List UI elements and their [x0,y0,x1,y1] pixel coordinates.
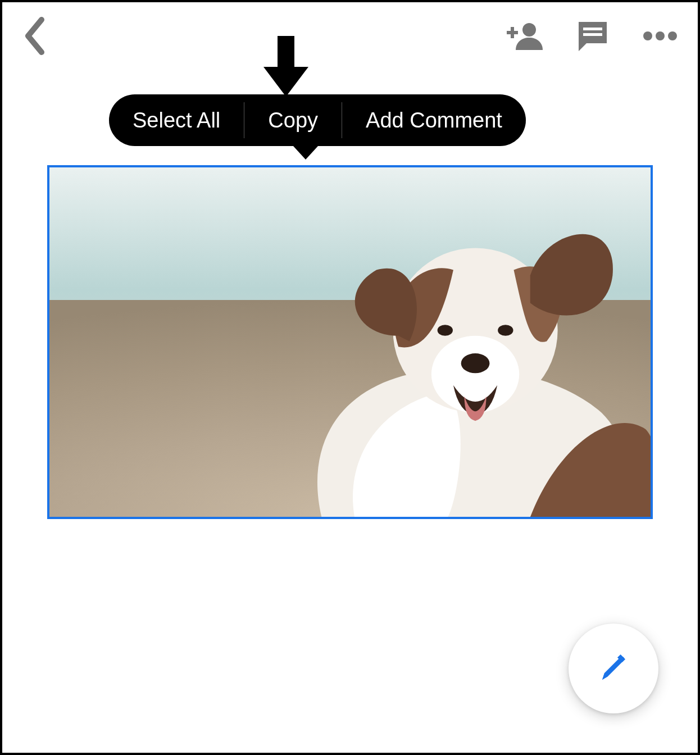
svg-marker-9 [263,67,308,97]
svg-rect-3 [583,28,602,30]
chevron-left-icon [22,16,47,56]
svg-rect-2 [511,27,514,38]
svg-point-11 [431,335,519,412]
context-menu-copy[interactable]: Copy [244,94,342,146]
add-person-button[interactable] [507,22,543,50]
selected-image[interactable] [47,165,653,519]
document-area[interactable] [47,165,653,519]
more-horizontal-icon [643,31,678,41]
comment-icon [576,20,609,52]
person-add-icon [507,22,543,50]
svg-point-0 [522,23,536,37]
svg-point-6 [656,31,665,40]
top-toolbar-actions [507,20,678,52]
svg-rect-4 [583,33,602,36]
app-frame: Select All Copy Add Comment [0,0,700,755]
svg-point-13 [437,325,452,336]
context-menu-add-comment[interactable]: Add Comment [342,94,526,146]
svg-point-12 [461,353,489,373]
svg-point-7 [668,31,677,40]
svg-point-14 [498,325,513,336]
comment-button[interactable] [576,20,609,52]
edit-fab[interactable] [569,624,658,713]
overflow-menu-button[interactable] [643,31,678,41]
arrow-down-icon [261,36,311,98]
pencil-icon [598,653,629,684]
back-button[interactable] [22,16,47,56]
top-toolbar [2,2,698,70]
image-content-dog-photo [49,167,651,517]
hint-arrow [261,36,311,98]
context-menu-select-all[interactable]: Select All [109,94,244,146]
svg-point-5 [643,31,652,40]
svg-rect-8 [278,36,294,70]
context-menu: Select All Copy Add Comment [109,94,526,146]
